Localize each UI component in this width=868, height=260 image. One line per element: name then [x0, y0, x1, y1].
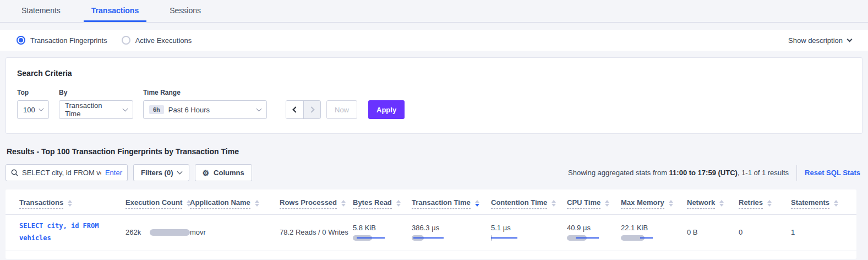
- network-value: 0 B: [687, 228, 698, 236]
- chevron-down-icon: [123, 106, 128, 111]
- top-field: Top 100: [17, 89, 49, 119]
- cpu-time-value: 40.9 µs: [567, 224, 621, 232]
- sort-icon: [767, 200, 772, 207]
- reset-sql-stats-link[interactable]: Reset SQL Stats: [805, 169, 860, 177]
- radio-transaction-fingerprints[interactable]: Transaction Fingerprints: [17, 36, 107, 45]
- next-time-window-button[interactable]: [303, 101, 320, 118]
- sort-icon: [552, 200, 556, 207]
- column-header-bytes-read[interactable]: Bytes Read: [353, 198, 412, 209]
- column-header-retries[interactable]: Retries: [739, 198, 791, 209]
- chevron-down-icon: [39, 106, 43, 111]
- tab-transactions[interactable]: Transactions: [84, 0, 146, 22]
- top-select[interactable]: 100: [17, 100, 49, 119]
- search-criteria-card: Search Criteria Top 100 By Transaction T…: [6, 57, 862, 134]
- results-controls: Enter Filters (0) ⚙ Columns Showing aggr…: [6, 164, 862, 181]
- table-header-row: Transactions Execution Count Application…: [6, 195, 856, 215]
- filters-label: Filters (0): [141, 169, 173, 177]
- column-header-contention-time[interactable]: Contention Time: [491, 198, 567, 209]
- table-row: SELECT city, id FROM vehicles 262k movr …: [6, 215, 856, 251]
- columns-button[interactable]: ⚙ Columns: [195, 164, 252, 181]
- column-header-cpu-time[interactable]: CPU Time: [567, 198, 621, 209]
- column-label: Application Name: [190, 198, 250, 209]
- column-label: CPU Time: [567, 198, 600, 209]
- max-memory-value: 22.1 KiB: [621, 224, 687, 232]
- time-range-field: Time Range 6h Past 6 Hours: [143, 89, 267, 119]
- cpu-time-cell: 40.9 µs: [567, 224, 621, 241]
- radio-unselected-icon: [122, 36, 130, 45]
- column-header-application-name[interactable]: Application Name: [190, 198, 280, 209]
- contention-time-bar: [491, 235, 523, 241]
- sort-icon: [396, 200, 401, 207]
- column-header-rows-processed[interactable]: Rows Processed: [280, 198, 353, 209]
- search-criteria-title: Search Criteria: [17, 69, 851, 78]
- aggregated-stats-note: Showing aggregated stats from 11:00 to 1…: [568, 169, 789, 177]
- application-name-value: movr: [190, 228, 206, 236]
- sort-icon: [719, 200, 724, 207]
- show-description-label: Show description: [788, 36, 843, 45]
- sort-icon: [605, 200, 609, 207]
- time-window-stepper: [286, 100, 321, 119]
- chevron-down-icon: [177, 169, 182, 175]
- execution-count-value: 262k: [125, 228, 141, 236]
- execution-count-cell: 262k: [125, 228, 190, 236]
- column-label: Max Memory: [621, 198, 664, 209]
- radio-label: Transaction Fingerprints: [30, 36, 107, 45]
- search-enter-button[interactable]: Enter: [105, 169, 122, 177]
- search-input[interactable]: [22, 169, 101, 177]
- column-label: Execution Count: [125, 198, 182, 209]
- chevron-right-icon: [308, 106, 314, 112]
- column-label: Network: [687, 198, 715, 209]
- time-range-label: Time Range: [143, 89, 267, 96]
- radio-selected-icon: [17, 36, 25, 45]
- tab-sessions[interactable]: Sessions: [162, 0, 209, 22]
- transaction-time-value: 386.3 µs: [412, 224, 491, 232]
- time-range-select[interactable]: 6h Past 6 Hours: [143, 100, 267, 119]
- apply-button[interactable]: Apply: [368, 100, 405, 119]
- retries-value: 0: [739, 228, 743, 236]
- by-label: By: [59, 89, 133, 96]
- show-description-toggle[interactable]: Show description: [788, 36, 851, 45]
- column-header-transactions[interactable]: Transactions: [19, 198, 125, 209]
- results-table: Transactions Execution Count Application…: [6, 189, 856, 259]
- transaction-time-cell: 386.3 µs: [412, 224, 491, 241]
- bytes-read-cell: 5.8 KiB: [353, 224, 412, 241]
- bytes-read-bar: [353, 235, 385, 241]
- column-label: Retries: [739, 198, 763, 209]
- stats-prefix: Showing aggregated stats from: [568, 169, 669, 177]
- by-select[interactable]: Transaction Time: [59, 100, 133, 119]
- time-range-value: Past 6 Hours: [168, 106, 210, 114]
- column-label: Contention Time: [491, 198, 547, 209]
- column-label: Transactions: [19, 198, 63, 209]
- max-memory-cell: 22.1 KiB: [621, 224, 687, 241]
- divider: [796, 165, 797, 181]
- by-select-value: Transaction Time: [65, 101, 119, 118]
- top-select-value: 100: [23, 106, 35, 114]
- filters-button[interactable]: Filters (0): [133, 164, 189, 181]
- bytes-read-value: 5.8 KiB: [353, 224, 412, 232]
- column-header-transaction-time[interactable]: Transaction Time: [412, 198, 491, 209]
- transaction-fingerprint-link[interactable]: SELECT city, id FROM vehicles: [19, 220, 110, 244]
- chevron-left-icon: [292, 106, 298, 112]
- contention-time-value: 5.1 µs: [491, 224, 567, 232]
- columns-label: Columns: [214, 169, 244, 177]
- column-label: Statements: [791, 198, 829, 209]
- stats-suffix: , 1-1 of 1 results: [738, 169, 789, 177]
- column-label: Rows Processed: [280, 198, 337, 209]
- top-label: Top: [17, 89, 49, 96]
- transaction-time-bar: [412, 235, 444, 241]
- radio-active-executions[interactable]: Active Executions: [122, 36, 192, 45]
- gear-icon: ⚙: [203, 169, 210, 177]
- search-box: Enter: [6, 164, 128, 181]
- column-header-max-memory[interactable]: Max Memory: [621, 198, 687, 209]
- tab-statements[interactable]: Statements: [14, 0, 68, 22]
- previous-time-window-button[interactable]: [286, 101, 303, 118]
- column-header-network[interactable]: Network: [687, 198, 739, 209]
- column-header-statements[interactable]: Statements: [791, 198, 856, 209]
- column-header-execution-count[interactable]: Execution Count: [125, 198, 190, 209]
- sort-icon: [341, 200, 346, 207]
- radio-label: Active Executions: [135, 36, 192, 45]
- max-memory-bar: [621, 235, 653, 241]
- now-button[interactable]: Now: [326, 100, 357, 119]
- column-label: Transaction Time: [412, 198, 471, 209]
- search-icon: [11, 169, 18, 176]
